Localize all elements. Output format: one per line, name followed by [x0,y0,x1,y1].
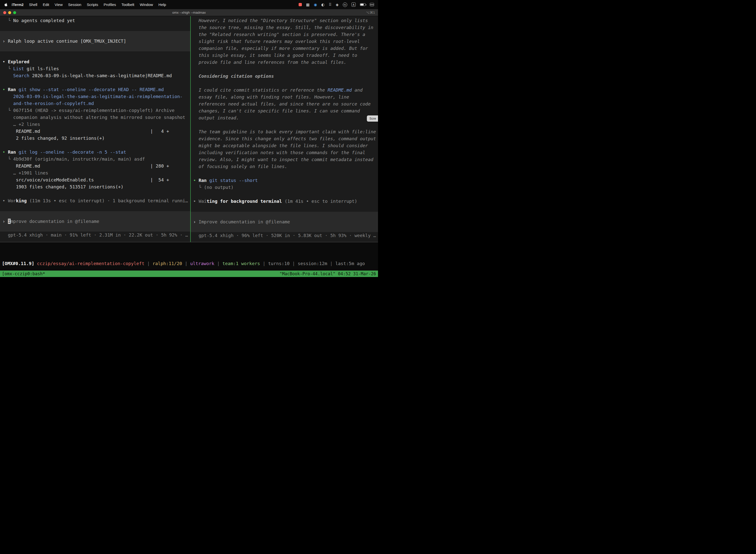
window-title: omx --xhigh --madmax [172,11,206,14]
menu-item-window[interactable]: Window [137,2,156,7]
tmux-session-window[interactable]: [omx-cczip0:bash* [2,271,45,276]
menu-item-view[interactable]: View [52,2,65,7]
tmux-host-clock: "MacBook-Pro-44.local" 04:52 31-Mar-26 [279,271,376,276]
terminal-line: references need actual files, and since … [193,101,378,107]
blank-line [2,79,190,86]
input-source-icon[interactable]: A [352,2,356,7]
terminal-line: changes, I can't cite specific file line… [193,107,378,114]
screen-recording-indicator-icon[interactable] [299,3,302,6]
terminal-line: this single essay, it seems like a good … [193,52,378,59]
terminal-line: However, I noticed the "Directory Struct… [193,17,378,24]
model-status-line: gpt-5.4 xhigh · 96% left · 520K in · 5.8… [193,232,378,239]
minimize-window-button[interactable] [8,11,11,14]
blank-line [193,191,378,198]
terminal-line: • Ran git log --oneline --decorate -n 5 … [2,149,190,156]
terminal-line: src/voice/voiceModeEnabled.ts | 54 + [2,176,190,183]
terminal-line: including verification notes with those … [193,149,378,156]
terminal-line: • Explored [2,58,190,65]
maximize-window-button[interactable] [13,11,16,14]
prompt-input-left[interactable]: › Improve documentation in @filename [0,211,190,232]
terminal-line: README.md | 280 + [2,163,190,170]
terminal-line: essay file, along with finding root file… [193,94,378,101]
terminal-pane-left[interactable]: └ No agents completed yet› Ralph loop ac… [0,16,190,242]
blank-line [193,205,378,212]
apple-menu-icon[interactable] [4,2,8,7]
screen-share-popup[interactable]: Scre [367,115,378,122]
terminal-line: companion analysis without altering the … [2,114,190,121]
battery-icon[interactable] [360,3,366,6]
contrast-app-icon[interactable]: ◐ [321,2,324,7]
terminal-line: companion file, especially if more comme… [193,45,378,52]
terminal-pane-right[interactable]: However, I noticed the "Directory Struct… [191,16,378,242]
blank-line [2,51,190,58]
menu-item-session[interactable]: Session [65,2,84,7]
terminal-line: The team guideline is to back every impo… [193,128,378,135]
terminal-line: └ 067f154 (HEAD -> essay/ai-reimplementa… [2,107,190,114]
keystroke-viewer-icon[interactable]: ▦ [306,2,310,7]
model-status-line: gpt-5.4 xhigh · main · 91% left · 2.31M … [2,232,190,238]
control-center-icon[interactable] [370,3,374,6]
terminal-line: └ (no output) [193,184,378,191]
terminal-line: └ 4b9d30f (origin/main, instructkr/main,… [2,156,190,163]
terminal-area: └ No agents completed yet› Ralph loop ac… [0,16,378,242]
terminal-line: provide file and line references from th… [193,59,378,66]
omx-supervisor-area: [OMX#0.11.9] cczip/essay/ai-reimplementa… [0,242,378,271]
docker-menu-icon[interactable]: ◉ [314,2,317,7]
traffic-lights [3,9,16,16]
menu-item-iterm2[interactable]: iTerm2 [9,2,26,7]
terminal-line: 1903 files changed, 513517 insertions(+) [2,183,190,190]
terminal-line: the "Related research writing" section i… [193,31,378,38]
terminal-line: of focusing solely on file lines. [193,163,378,170]
terminal-line: the source tree, missing the essay. Stil… [193,24,378,31]
menu-item-scripts[interactable]: Scripts [84,2,101,7]
terminal-line: and-the-erosion-of-copyleft.md [2,100,190,107]
window-title-bar[interactable]: omx --xhigh --madmax ⌥⌘1 [0,9,378,16]
menu-item-edit[interactable]: Edit [40,2,52,7]
password-manager-icon[interactable]: ◈ [335,2,338,7]
blank-line [2,24,190,31]
app-grid-icon[interactable]: ⠿ [329,2,331,7]
waiting-status-line: • Waiting for background terminal (1m 41… [193,198,378,205]
terminal-line: └ No agents completed yet [2,17,190,24]
menu-items: iTerm2ShellEditViewSessionScriptsProfile… [9,2,169,7]
close-window-button[interactable] [3,11,6,14]
menubar-status-icons: ▦◉◐⠿◈61A [299,2,374,7]
terminal-line: • Ran git show --stat --oneline --decora… [2,86,190,93]
terminal-line: I could cite commit statistics or refere… [193,87,378,94]
terminal-line: output instead. [193,114,378,121]
terminal-line: • Ran git status --short [193,177,378,184]
menu-item-toolbelt[interactable]: Toolbelt [119,2,137,7]
terminal-line: 2026-03-09-is-legal-the-same-as-legitima… [2,93,190,100]
working-status-line: • Working (11m 13s • esc to interrupt) ·… [2,197,190,204]
tmux-inject-banner[interactable]: › Ralph loop active continue [OMX_TMUX_I… [0,31,190,51]
prompt-input-right[interactable]: › Improve documentation in @filename [191,212,378,232]
battery-percentage-icon[interactable]: 61 [343,2,347,7]
omx-status-line: [OMX#0.11.9] cczip/essay/ai-reimplementa… [2,260,378,267]
blank-line [2,142,190,149]
terminal-line: evidence. Since this change only affects… [193,135,378,142]
terminal-line: might be acceptable alongside the file l… [193,142,378,149]
blank-line [2,204,190,211]
tmux-status-bar: [omx-cczip0:bash* "MacBook-Pro-44.local"… [0,271,378,277]
menu-item-profiles[interactable]: Profiles [101,2,119,7]
menu-item-shell[interactable]: Shell [26,2,40,7]
terminal-line: review. Also, I might want to inspect th… [193,156,378,163]
terminal-line: Search 2026-03-09-is-legal-the-same-as-l… [2,72,190,79]
blank-line [193,66,378,73]
terminal-line: … +1901 lines [2,170,190,176]
terminal-line: slight risk that future readers may over… [193,38,378,45]
blank-line [2,190,190,197]
blank-line [193,80,378,87]
blank-line [193,170,378,177]
macos-menu-bar: iTerm2ShellEditViewSessionScriptsProfile… [0,0,378,9]
terminal-line: └ List git ls-files [2,65,190,72]
terminal-line: 2 files changed, 92 insertions(+) [2,135,190,142]
window-shortcut-badge: ⌥⌘1 [366,11,375,14]
thinking-heading: Considering citation options [193,73,378,80]
terminal-line: … +2 lines [2,121,190,128]
menu-item-help[interactable]: Help [156,2,169,7]
blank-line [193,121,378,128]
terminal-line: README.md | 4 + [2,128,190,135]
